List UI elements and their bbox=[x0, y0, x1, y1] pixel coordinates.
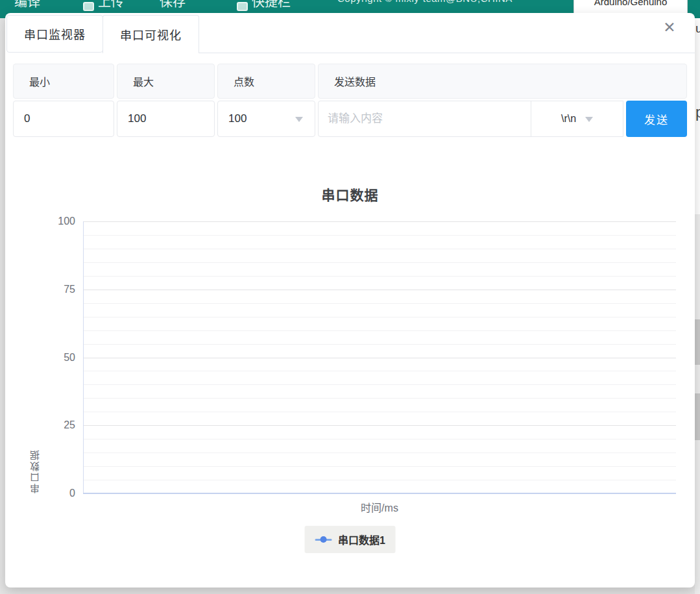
toolbar-item-save[interactable]: 保存 bbox=[160, 0, 186, 10]
toolbar-item-panel[interactable]: 快捷栏 bbox=[252, 0, 291, 10]
gridline bbox=[84, 371, 676, 371]
toolbar-item-compile[interactable]: 编译 bbox=[14, 0, 40, 10]
header-points: 点数 bbox=[217, 64, 315, 99]
legend-item-serial-data-1[interactable]: 串口数据1 bbox=[304, 526, 396, 553]
gridline bbox=[84, 480, 676, 480]
line-ending-select[interactable]: \r\n bbox=[531, 101, 623, 136]
tab-serial-monitor[interactable]: 串口监视器 bbox=[6, 15, 103, 53]
y-tick-label: 0 bbox=[69, 488, 75, 499]
line-ending-value: \r\n bbox=[561, 113, 576, 125]
gridline bbox=[84, 344, 676, 345]
gridline bbox=[84, 262, 676, 263]
panel-icon bbox=[237, 2, 248, 11]
send-button[interactable]: 发送 bbox=[626, 101, 687, 137]
upload-icon bbox=[83, 2, 94, 11]
gridline bbox=[84, 412, 676, 412]
gridline bbox=[84, 330, 676, 331]
header-max: 最大 bbox=[117, 64, 215, 99]
x-axis-line bbox=[83, 493, 676, 494]
gridline bbox=[84, 358, 676, 358]
background-block bbox=[695, 319, 700, 365]
y-axis-line bbox=[83, 221, 84, 493]
gridline bbox=[84, 439, 676, 439]
plot-area bbox=[83, 221, 676, 493]
gridline bbox=[84, 249, 676, 249]
gridline bbox=[84, 425, 676, 426]
gridline bbox=[84, 235, 676, 236]
background-text-fragment: p bbox=[695, 104, 700, 121]
gridline bbox=[84, 398, 676, 399]
serial-visualization-dialog: 串口监视器 串口可视化 ✕ 最小 最大 点数 发送数据 0 100 100 \r… bbox=[5, 13, 695, 588]
background-block bbox=[695, 393, 700, 440]
form-header-row: 最小 最大 点数 发送数据 bbox=[13, 64, 687, 99]
gridline bbox=[84, 384, 676, 385]
chevron-down-icon bbox=[295, 117, 303, 126]
background-panel bbox=[695, 365, 700, 393]
background-panel bbox=[695, 214, 700, 319]
send-data-input[interactable] bbox=[319, 101, 531, 136]
points-value: 100 bbox=[228, 112, 247, 125]
send-box: \r\n bbox=[318, 101, 623, 137]
tab-label: 串口可视化 bbox=[120, 26, 182, 43]
min-input[interactable]: 0 bbox=[13, 101, 114, 137]
max-input[interactable]: 100 bbox=[117, 101, 215, 137]
header-send-data: 发送数据 bbox=[318, 64, 687, 99]
tab-serial-visualization[interactable]: 串口可视化 bbox=[103, 15, 199, 53]
tab-bar: 串口监视器 串口可视化 ✕ bbox=[5, 13, 695, 53]
x-axis-name: 时间/ms bbox=[83, 499, 676, 515]
gridline bbox=[84, 317, 676, 317]
y-tick-label: 50 bbox=[64, 352, 75, 364]
gridline bbox=[84, 221, 676, 222]
tab-label: 串口监视器 bbox=[24, 25, 86, 42]
gridline bbox=[84, 303, 676, 304]
gridline bbox=[84, 290, 676, 290]
y-axis-name: 串口数据 bbox=[29, 221, 42, 493]
background-panel bbox=[695, 440, 700, 594]
gridline bbox=[84, 276, 676, 277]
points-select[interactable]: 100 bbox=[217, 101, 315, 137]
send-group: \r\n 发送 bbox=[318, 101, 687, 137]
gridline bbox=[84, 452, 676, 453]
line-series-icon bbox=[315, 536, 332, 543]
y-tick-label: 75 bbox=[64, 284, 75, 295]
chevron-down-icon bbox=[585, 117, 593, 126]
close-icon[interactable]: ✕ bbox=[661, 19, 678, 36]
header-min: 最小 bbox=[13, 64, 114, 99]
form-input-row: 0 100 100 \r\n 发送 bbox=[13, 101, 687, 137]
chart-title: 串口数据 bbox=[5, 184, 695, 204]
copyright-text: Copyright © mixly-team@BNU,CHINA bbox=[337, 0, 513, 4]
y-tick-label: 100 bbox=[58, 216, 75, 227]
background-text-fragment: u bbox=[695, 21, 700, 36]
toolbar-item-upload[interactable]: 上传 bbox=[98, 0, 124, 10]
tab-bar-divider bbox=[199, 53, 695, 53]
legend-label: 串口数据1 bbox=[338, 532, 385, 547]
gridline bbox=[84, 466, 676, 467]
y-tick-label: 25 bbox=[64, 419, 75, 431]
